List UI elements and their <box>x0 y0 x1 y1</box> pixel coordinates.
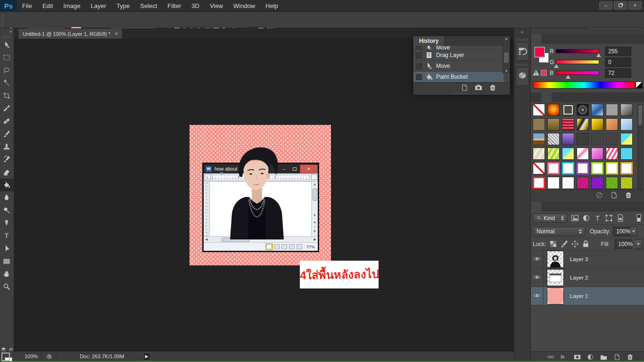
history-scrollbar[interactable]: ▲ ▼ <box>503 36 510 73</box>
style-swatch[interactable] <box>606 177 618 189</box>
layer-thumbnail[interactable] <box>547 269 564 286</box>
layer-thumbnail[interactable] <box>547 251 564 268</box>
menu-item[interactable]: View <box>205 0 228 12</box>
fill-dropdown-button[interactable] <box>635 239 642 249</box>
tool-button-healing-brush[interactable] <box>0 115 14 128</box>
tool-button-brush[interactable] <box>0 128 14 140</box>
style-swatch[interactable] <box>620 148 633 160</box>
add-layer-mask-icon[interactable] <box>573 354 581 361</box>
clear-style-icon[interactable] <box>595 191 603 199</box>
style-swatch[interactable] <box>547 177 560 189</box>
tool-button-eraser[interactable] <box>0 166 14 179</box>
history-source-well[interactable] <box>416 46 422 50</box>
style-swatch[interactable] <box>577 133 589 145</box>
opacity-dropdown-button[interactable] <box>630 227 637 236</box>
layer-opacity-input[interactable]: 100% <box>613 227 630 236</box>
tool-button-eyedropper[interactable] <box>0 102 14 115</box>
filter-pixel-layers-icon[interactable] <box>571 214 579 222</box>
tool-button-paint-bucket[interactable] <box>0 179 14 191</box>
panel-tab[interactable] <box>541 92 552 102</box>
tool-button-marquee[interactable] <box>0 51 14 64</box>
swap-colors-icon[interactable]: ⬒⇄ <box>1 347 13 353</box>
layer-row-Layer 2[interactable]: Layer 2 <box>531 269 644 287</box>
style-swatch[interactable] <box>620 118 633 131</box>
status-preview-icon[interactable] <box>46 353 53 360</box>
gamut-color-chip[interactable] <box>541 70 547 76</box>
style-swatch[interactable] <box>620 177 633 189</box>
style-swatch[interactable] <box>606 133 618 145</box>
new-style-icon[interactable] <box>610 191 618 199</box>
layer-visibility-toggle[interactable] <box>531 287 544 305</box>
tool-button-rectangle[interactable] <box>0 255 14 268</box>
delete-layer-icon[interactable] <box>626 354 634 361</box>
delete-state-icon[interactable] <box>489 84 496 91</box>
collapsed-panel-button[interactable] <box>516 42 529 61</box>
collapsed-panel-button[interactable] <box>516 67 529 86</box>
style-swatch[interactable] <box>547 118 560 131</box>
filter-toggle-icon[interactable] <box>635 214 643 222</box>
layer-visibility-toggle[interactable] <box>531 250 544 269</box>
style-swatch[interactable] <box>577 148 589 160</box>
filter-type-layers-icon[interactable]: T <box>594 214 602 222</box>
tool-button-pen[interactable] <box>0 217 14 230</box>
lock-transparency-icon[interactable] <box>549 240 557 248</box>
style-swatch[interactable] <box>547 133 560 145</box>
style-swatch[interactable] <box>562 148 574 160</box>
tool-button-magic-wand[interactable] <box>0 77 14 90</box>
tool-button-lasso[interactable] <box>0 64 14 77</box>
close-button[interactable]: × <box>628 1 642 9</box>
channel-value-input[interactable]: 72 <box>605 68 631 78</box>
slider-thumb-icon[interactable] <box>566 75 570 79</box>
layer-row-Layer 3[interactable]: Layer 3 <box>531 250 644 269</box>
style-swatch[interactable] <box>577 104 589 116</box>
gamut-warning-icon[interactable] <box>533 70 539 75</box>
restore-button[interactable] <box>614 1 627 9</box>
style-swatch[interactable] <box>562 104 574 116</box>
menu-item[interactable]: 3D <box>186 0 205 12</box>
style-swatch[interactable] <box>547 162 560 174</box>
style-swatch[interactable] <box>591 148 603 160</box>
history-state[interactable]: Drag Layer <box>413 50 504 61</box>
tools-grip[interactable] <box>3 35 11 38</box>
layer-row-Layer 1[interactable]: Layer 1 <box>531 287 644 305</box>
lock-all-icon[interactable] <box>582 240 590 248</box>
layer-fill-input[interactable]: 100% <box>615 239 632 249</box>
style-swatch[interactable] <box>562 177 574 189</box>
zoom-level-input[interactable]: 100% <box>25 354 38 359</box>
layer-visibility-toggle[interactable] <box>531 269 544 287</box>
style-swatch[interactable] <box>533 148 545 160</box>
channel-slider[interactable] <box>556 60 599 64</box>
style-swatch[interactable] <box>577 162 589 174</box>
history-state[interactable]: Move <box>413 46 504 50</box>
history-source-well[interactable] <box>416 74 422 80</box>
slider-thumb-icon[interactable] <box>596 53 601 57</box>
tool-button-move[interactable] <box>0 39 14 51</box>
style-swatch[interactable] <box>606 162 618 174</box>
lock-pixels-icon[interactable] <box>560 240 568 248</box>
style-swatch[interactable] <box>562 162 574 174</box>
new-adjustment-layer-icon[interactable] <box>586 354 594 361</box>
style-swatch[interactable] <box>606 104 618 116</box>
panel-tab[interactable] <box>541 34 552 44</box>
menu-item[interactable]: Select <box>135 0 162 12</box>
collapse-tools-icon[interactable]: » <box>0 28 14 35</box>
document-artwork[interactable]: W how about no – × L 1 2 <box>190 125 331 265</box>
style-swatch[interactable] <box>620 133 633 145</box>
panel-tab[interactable] <box>541 202 552 212</box>
filter-shape-layers-icon[interactable] <box>605 214 613 222</box>
style-swatch[interactable] <box>591 118 603 131</box>
panel-grip[interactable] <box>516 64 528 66</box>
panel-tab[interactable] <box>552 202 562 212</box>
style-swatch[interactable] <box>562 133 574 145</box>
foreground-color-swatch[interactable] <box>1 353 10 361</box>
style-swatch[interactable] <box>533 162 545 174</box>
link-layers-icon[interactable] <box>547 354 555 361</box>
styles-scrollbar[interactable] <box>637 104 643 189</box>
history-source-well[interactable] <box>416 52 422 58</box>
style-swatch[interactable] <box>591 133 603 145</box>
tool-button-dodge[interactable] <box>0 204 14 217</box>
menu-item[interactable]: Filter <box>162 0 186 12</box>
menu-item[interactable]: Image <box>58 0 85 12</box>
style-swatch[interactable] <box>606 118 618 131</box>
new-document-from-state-icon[interactable] <box>461 84 468 91</box>
